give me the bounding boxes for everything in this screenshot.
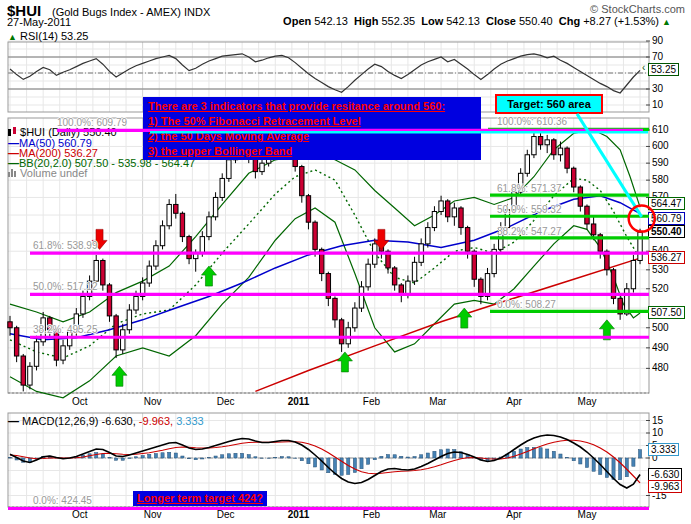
price-axis-label: 530 [652,264,669,275]
rsi-legend: ▲ RSI(14) 53.25 [8,30,88,42]
fib-right-label: 0.0%: 508.27 [497,299,556,310]
price-value-label: 560.79 [648,212,685,225]
target-annotation-box: Target: 560 area [495,94,603,114]
x-axis-month-macd: Dec [206,509,246,520]
price-axis-label: 520 [652,283,669,294]
macd-value-label: -9.963 [648,480,682,493]
x-axis-month-macd: 2011 [279,509,319,520]
longterm-target-box: Longer term target 424? [133,491,267,506]
fib-left-label: 50.0%: 517.12 [33,281,98,292]
x-axis-month-macd: Mar [418,509,458,520]
x-axis-month-main: Feb [351,396,391,407]
rsi-axis-label: 10 [652,99,663,110]
macd-line-icon: — [8,415,19,427]
x-axis-month-main: Oct [60,396,100,407]
price-axis-label: 600 [652,140,669,151]
x-axis-month-main: Dec [206,396,246,407]
fib-left-label: 38.2%: 495.25 [33,324,98,335]
price-value-label: 536.27 [648,251,685,264]
x-axis-month-main: May [567,396,607,407]
annotation-line-1: There are 3 indicators that provide resi… [148,99,476,114]
macd-axis-label: 10 [652,427,663,438]
price-axis-label: 480 [652,362,669,373]
x-axis-month-main: 2011 [279,396,319,407]
rsi-axis-label: 90 [652,35,663,46]
fib-right-label: 100.0%: 610.36 [497,116,567,127]
price-axis-label: 590 [652,157,669,168]
annotation-line-4: 3) the upper Bollinger Band [148,144,476,159]
fib-right-label: 50.0%: 559.32 [497,204,562,215]
x-axis-month-main: Mar [418,396,458,407]
x-axis-month-macd: May [567,509,607,520]
chart-overlays: ▲ RSI(14) 53.25 $HUI (Daily) 550.40 —MA(… [0,0,691,524]
fib-right-label: 38.2%: 547.27 [497,226,562,237]
resistance-annotation-box: There are 3 indicators that provide resi… [143,97,481,160]
macd-legend: — MACD(12,26,9) -6.630, -9.963, 3.333 [8,415,204,427]
x-axis-month-macd: Nov [133,509,173,520]
fib-left-label: 100.0%: 609.79 [57,117,127,128]
price-value-label: 550.40 [648,225,685,238]
fib-left-label: 61.8%: 538.99 [33,240,98,251]
rsi-indicator-icon: ▲ [8,32,17,42]
macd-value-label: 3.333 [648,443,679,456]
fib-right-label: 61.8%: 571.37 [497,183,562,194]
annotation-line-3: 2) the 50 Days Moving Average [148,129,476,144]
price-axis-label: 500 [652,322,669,333]
x-axis-month-macd: Apr [494,509,534,520]
rsi-axis-label: 70 [652,51,663,62]
price-value-label: 564.47 [648,197,685,210]
macd-axis-label: 15 [652,415,663,426]
price-axis-label: 490 [652,342,669,353]
price-axis-label: 610 [652,124,669,135]
x-axis-month-macd: Oct [60,509,100,520]
rsi-pointer-icon: ‹ [642,62,645,73]
x-axis-month-main: Nov [133,396,173,407]
price-value-label: 507.50 [648,306,685,319]
price-axis-label: 580 [652,174,669,185]
volume-icon [8,168,17,177]
price-chart-icon [8,127,17,136]
x-axis-month-main: Apr [494,396,534,407]
rsi-axis-label: 30 [652,83,663,94]
volume-legend: Volume undef [8,167,87,179]
rsi-value-label: 53.25 [648,63,679,76]
fib-macd-label: 0.0%: 424.45 [33,495,92,506]
stockcharts-price-chart: $HUI (Gold Bugs Index - AMEX) INDX © Sto… [0,0,691,524]
x-axis-month-macd: Feb [351,509,391,520]
annotation-line-2: 1) The 50% Fibonacci Retracement Level [148,114,476,129]
